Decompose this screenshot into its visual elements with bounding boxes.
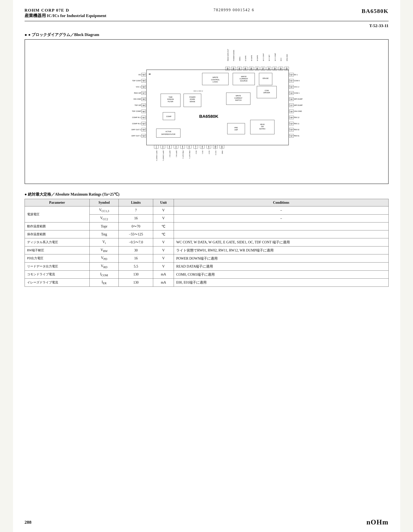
- table-row: ディジタル系入力電圧 Vi −0.5〜7.0 V WC CONT, W DATA…: [25, 238, 388, 247]
- param-topr: 動作温度範囲: [25, 222, 89, 230]
- svg-text:GS 2: GS 2: [195, 151, 197, 154]
- svg-text:39: 39: [143, 104, 144, 106]
- svg-text:W GATE: W GATE: [251, 55, 252, 61]
- ratings-table-title: ● 絶対最大定格／Absolute Maximum Ratings (Ta=25…: [25, 192, 389, 197]
- rohm-o: O: [371, 518, 376, 526]
- svg-text:RW 01: RW 01: [294, 135, 299, 137]
- svg-text:MATRIX: MATRIX: [259, 128, 266, 130]
- svg-text:GND: GND: [222, 151, 223, 154]
- unit-ier: mA: [153, 279, 174, 287]
- page-footer: 288 nOHm: [13, 518, 400, 526]
- company-name: ROHM CORP 07E D: [25, 8, 107, 13]
- svg-text:44: 44: [143, 135, 144, 137]
- svg-text:COM 1: COM 1: [294, 92, 300, 94]
- svg-text:35: 35: [143, 80, 144, 82]
- svg-text:HEAD: HEAD: [260, 124, 265, 125]
- rohm-h: H: [376, 518, 382, 526]
- table-row: コモンドライブ電流 ICOM 130 mA COM0, COM1端子に適用: [25, 270, 388, 279]
- product-name: BA6580K: [362, 8, 388, 14]
- limit-topr: 0〜70: [119, 222, 153, 230]
- symbol-vrd: VRD: [89, 262, 119, 270]
- svg-text:RDO GR: RDO GR: [134, 92, 141, 94]
- bullet-icon: ●: [25, 32, 27, 37]
- svg-text:SIDE1: SIDE1: [239, 57, 240, 61]
- svg-text:19: 19: [290, 92, 292, 94]
- block-diagram-title: ● ● ブロックダイアグラム／Block Diagram: [25, 32, 389, 37]
- svg-text:TDF CONT: TDF CONT: [132, 80, 141, 82]
- symbol-vcc2: VCC2: [89, 214, 119, 222]
- svg-text:ERA GND: ERA GND: [286, 54, 288, 61]
- block-diagram-svg: ERA GND E0 0 W C COMP W C SET W C CONT W…: [29, 44, 384, 179]
- limit-vcc2: 16: [119, 214, 153, 222]
- svg-text:DIFF CONST 2: DIFF CONST 2: [156, 151, 157, 161]
- svg-text:RW 11: RW 11: [294, 123, 299, 124]
- unit-vcc13: V: [153, 206, 174, 215]
- svg-text:TDF COMP: TDF COMP: [132, 110, 141, 112]
- svg-text:PRE OUT 2: PRE OUT 2: [182, 151, 184, 159]
- param-vi: ディジタル系入力電圧: [25, 238, 89, 247]
- cond-vcc13: －: [174, 206, 388, 215]
- svg-text:13: 13: [290, 129, 292, 131]
- svg-text:W C COMP: W C COMP: [274, 53, 276, 61]
- svg-text:COMP: COMP: [166, 115, 171, 117]
- col-symbol: Symbol: [89, 199, 119, 206]
- unit-vcc2: V: [153, 214, 174, 222]
- unit-topr: ℃: [153, 222, 174, 230]
- cond-vi: WC CONT, W DATA, W GATE, E GATE, SIDE1, …: [174, 238, 388, 247]
- limit-vi: −0.5〜7.0: [119, 238, 153, 247]
- svg-text:36: 36: [143, 86, 144, 88]
- rohm-m: m: [383, 518, 389, 526]
- svg-text:14: 14: [290, 123, 292, 125]
- svg-text:GS 1: GS 1: [202, 151, 204, 154]
- header-left: ROHM CORP 07E D 産業機器用 IC/ICs for Industr…: [25, 8, 107, 19]
- limit-vcc13: 7: [119, 206, 153, 215]
- svg-text:WRITE: WRITE: [212, 76, 218, 78]
- table-row: 動作温度範囲 Topr 0〜70 ℃: [25, 222, 388, 230]
- limit-ier: 130: [119, 279, 153, 287]
- table-row: 電源電圧 VCC1,3 7 V －: [25, 206, 388, 215]
- unit-vrd: V: [153, 262, 174, 270]
- table-row: PD出力電圧 VPD 16 V POWER DOWN端子に適用: [25, 254, 388, 263]
- param-tstg: 保存温度範囲: [25, 230, 89, 238]
- param-vrd: リードデータ出力電圧: [25, 262, 89, 270]
- svg-rect-147: [184, 94, 201, 107]
- table-row: 保存温度範囲 Tstg −55〜125 ℃: [25, 230, 388, 238]
- cond-ier: E00, E01端子に適用: [174, 279, 388, 287]
- svg-text:PRE: PRE: [234, 127, 238, 129]
- svg-text:COMP IN 1: COMP IN 1: [132, 116, 141, 118]
- cond-vrd: READ DATA端子に適用: [174, 262, 388, 270]
- svg-text:CURRENT: CURRENT: [234, 97, 242, 99]
- limit-vpd: 16: [119, 254, 153, 263]
- unit-vpd: V: [153, 254, 174, 263]
- svg-text:22: 22: [290, 74, 292, 76]
- svg-text:42: 42: [143, 123, 144, 125]
- param-ier: イレーズドライブ電流: [25, 279, 89, 287]
- svg-text:DIFFERENTIATOR: DIFFERENTIATOR: [161, 133, 175, 135]
- svg-text:RW 12: RW 12: [294, 116, 299, 118]
- symbol-vi: Vi: [89, 238, 119, 247]
- block-diagram-container: ERA GND E0 0 W C COMP W C SET W C CONT W…: [25, 39, 389, 184]
- svg-text:E GATE: E GATE: [245, 56, 246, 61]
- svg-text:WR DUMP: WR DUMP: [294, 104, 303, 106]
- model-number: T-52-33-11: [25, 23, 389, 28]
- svg-text:DOMAIN: DOMAIN: [167, 98, 174, 100]
- svg-text:SW: SW: [261, 125, 264, 127]
- svg-text:WRITE: WRITE: [241, 76, 246, 77]
- rohm-brand: nOHm: [366, 518, 388, 526]
- unit-tstg: ℃: [153, 230, 174, 238]
- unit-icom: mA: [153, 270, 174, 279]
- header-right: BA6580K: [362, 8, 388, 14]
- svg-text:SENSE: SENSE: [190, 101, 195, 103]
- svg-text:OC: OC: [138, 74, 141, 76]
- limit-vrd: 5.5: [119, 262, 153, 270]
- svg-text:POWER: POWER: [189, 96, 195, 98]
- symbol-vcc13: VCC1,3: [89, 206, 119, 215]
- limit-vrw: 30: [119, 246, 153, 254]
- svg-text:RW 02: RW 02: [294, 129, 299, 131]
- svg-text:16: 16: [290, 111, 292, 113]
- svg-marker-216: [148, 74, 150, 75]
- svg-text:12: 12: [290, 135, 292, 137]
- svg-text:15: 15: [290, 117, 292, 119]
- ratings-table: Parameter Symbol Limits Unit Conditions …: [25, 199, 389, 287]
- svg-text:GS 0: GS 0: [208, 151, 210, 154]
